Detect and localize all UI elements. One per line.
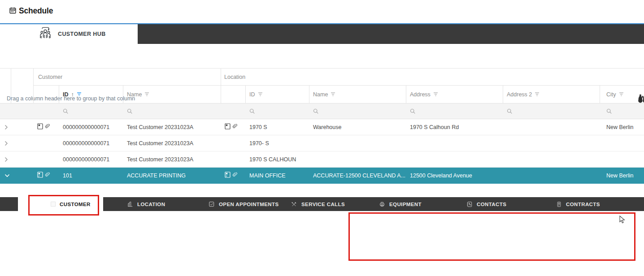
cell-address2 bbox=[503, 119, 600, 135]
column-header-customer-name[interactable]: Name bbox=[123, 86, 221, 103]
cell-location-id: 1970 S bbox=[246, 119, 309, 135]
header-loc-icons bbox=[221, 86, 246, 103]
check-square-icon bbox=[209, 201, 215, 207]
cell-customer-id: 000000000000071 bbox=[59, 151, 123, 167]
customer-hub-grid: Customer Location ID ↑ Name ID Nam bbox=[0, 68, 644, 184]
filter-input-customer-id[interactable] bbox=[59, 104, 123, 119]
header-spacer-expand bbox=[0, 86, 11, 103]
group-header-location[interactable]: Location bbox=[221, 69, 644, 86]
cell-address bbox=[406, 135, 503, 151]
paperclip-icon[interactable] bbox=[232, 124, 238, 131]
tab-service-calls[interactable]: SERVICE CALLS bbox=[291, 197, 345, 211]
tab-location-label: LOCATION bbox=[137, 202, 165, 207]
cell-city bbox=[600, 151, 644, 167]
column-header-location-name[interactable]: Name bbox=[309, 86, 406, 103]
app-window: Schedule CUSTOMER HUB bbox=[0, 0, 644, 276]
cell-customer-name: Test Customer 20231023A bbox=[123, 135, 221, 151]
group-spacer-expand bbox=[0, 69, 11, 86]
tab-customer-hub[interactable]: CUSTOMER HUB bbox=[0, 24, 138, 44]
cell-location-id: MAIN OFFICE bbox=[246, 168, 309, 183]
filter-icon[interactable] bbox=[331, 92, 335, 96]
schedule-calendar-icon bbox=[9, 7, 17, 16]
note-icon[interactable] bbox=[37, 123, 43, 131]
cell-location-name bbox=[309, 151, 406, 167]
tab-customer[interactable]: CUSTOMER bbox=[18, 197, 103, 211]
column-header-address2[interactable]: Address 2 bbox=[503, 86, 600, 103]
tab-open-appointments[interactable]: OPEN APPOINTMENTS bbox=[209, 197, 279, 211]
app-header: Schedule bbox=[0, 0, 644, 23]
table-row-selected[interactable]: 101 ACCURATE PRINTING MAIN OFFICE ACCURA… bbox=[0, 168, 644, 184]
search-icon bbox=[127, 108, 133, 114]
cell-customer-id: 000000000000071 bbox=[59, 119, 123, 135]
header-spacer bbox=[11, 86, 34, 103]
tab-contacts[interactable]: CONTACTS bbox=[466, 197, 506, 211]
filter-icon[interactable] bbox=[144, 92, 149, 96]
note-icon[interactable] bbox=[225, 172, 231, 179]
cell-location-id: 1970 S CALHOUN bbox=[246, 151, 309, 167]
table-row[interactable]: 000000000000071 Test Customer 20231023A … bbox=[0, 151, 644, 168]
building-icon bbox=[127, 201, 133, 207]
search-icon bbox=[606, 108, 612, 114]
tab-contracts-label: CONTRACTS bbox=[566, 202, 600, 207]
filter-icon[interactable] bbox=[433, 92, 438, 96]
grid-filter-row bbox=[0, 104, 644, 119]
filter-icon[interactable] bbox=[258, 92, 263, 96]
cell-city bbox=[600, 135, 644, 151]
note-icon[interactable] bbox=[37, 172, 43, 179]
filter-input-city[interactable] bbox=[600, 104, 644, 119]
cell-address bbox=[406, 151, 503, 167]
tab-location[interactable]: LOCATION bbox=[127, 197, 165, 211]
search-icon bbox=[410, 108, 416, 114]
page-title: Schedule bbox=[19, 6, 53, 16]
filter-icon[interactable] bbox=[619, 92, 624, 96]
people-group-icon bbox=[38, 27, 52, 41]
cell-customer-name: ACCURATE PRINTING bbox=[123, 168, 221, 183]
search-icon bbox=[249, 108, 255, 114]
tab-contacts-label: CONTACTS bbox=[477, 202, 506, 207]
contact-card-icon bbox=[466, 201, 473, 207]
sort-ascending-icon: ↑ bbox=[71, 91, 74, 98]
filter-icon[interactable] bbox=[535, 92, 540, 96]
customer-tab-icon bbox=[51, 202, 56, 207]
column-header-customer-id[interactable]: ID ↑ bbox=[59, 86, 123, 103]
filter-input-customer-name[interactable] bbox=[123, 104, 221, 119]
cell-customer-id: 000000000000071 bbox=[59, 135, 123, 151]
paperclip-icon[interactable] bbox=[45, 124, 51, 131]
tab-equipment[interactable]: EQUIPMENT bbox=[379, 197, 422, 211]
header-cust-icons bbox=[34, 86, 59, 103]
grid-group-header-row: Customer Location bbox=[0, 69, 644, 86]
paperclip-icon[interactable] bbox=[45, 172, 51, 179]
cell-address: 12500 Cleveland Avenue bbox=[406, 168, 503, 183]
filter-input-location-name[interactable] bbox=[309, 104, 406, 119]
tab-service-calls-label: SERVICE CALLS bbox=[301, 202, 345, 207]
group-header-customer[interactable]: Customer bbox=[34, 69, 221, 86]
filter-icon-active[interactable] bbox=[77, 92, 82, 96]
cell-address2 bbox=[503, 151, 600, 167]
cell-city: New Berlin bbox=[600, 119, 644, 135]
cell-location-name: Warehouse bbox=[309, 119, 406, 135]
column-header-city[interactable]: City bbox=[600, 86, 644, 103]
column-header-address[interactable]: Address bbox=[406, 86, 503, 103]
expand-chevron-icon[interactable] bbox=[0, 119, 13, 135]
cell-customer-name: Test Customer 20231023A bbox=[123, 119, 221, 135]
filter-input-location-id[interactable] bbox=[246, 104, 309, 119]
collapse-chevron-icon[interactable] bbox=[0, 168, 13, 183]
search-icon bbox=[313, 108, 319, 114]
column-header-location-id[interactable]: ID bbox=[246, 86, 309, 103]
table-row[interactable]: 000000000000071 Test Customer 20231023A … bbox=[0, 119, 644, 135]
note-icon[interactable] bbox=[225, 123, 231, 131]
hub-tab-bar: CUSTOMER HUB bbox=[0, 24, 644, 44]
expand-chevron-icon[interactable] bbox=[0, 151, 13, 167]
table-row[interactable]: 000000000000071 Test Customer 20231023A … bbox=[0, 135, 644, 151]
cell-address2 bbox=[503, 135, 600, 151]
filter-input-address2[interactable] bbox=[503, 104, 600, 119]
cell-customer-name: Test Customer 20231023A bbox=[123, 151, 221, 167]
customer-detail-form: Customer Number Customer Name Address 1 … bbox=[0, 211, 644, 276]
expand-chevron-icon[interactable] bbox=[0, 135, 13, 151]
contract-document-icon bbox=[556, 201, 562, 207]
tab-equipment-label: EQUIPMENT bbox=[389, 202, 422, 207]
paperclip-icon[interactable] bbox=[232, 172, 238, 179]
filter-input-address[interactable] bbox=[406, 104, 503, 119]
search-icon bbox=[63, 108, 69, 114]
tab-contracts[interactable]: CONTRACTS bbox=[556, 197, 600, 211]
